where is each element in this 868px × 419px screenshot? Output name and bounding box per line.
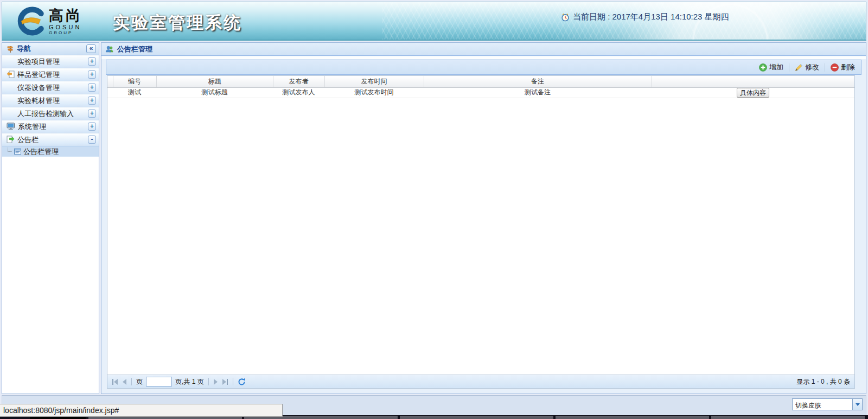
- chevron-down-icon[interactable]: [852, 399, 862, 410]
- pager-divider: [208, 378, 209, 385]
- pager-divider: [233, 378, 233, 385]
- sidebar-collapse-button[interactable]: «: [86, 44, 96, 53]
- monitor-icon: [7, 123, 15, 131]
- expand-toggle-button[interactable]: +: [88, 123, 96, 131]
- refresh-button[interactable]: [238, 378, 246, 386]
- tree-branch-dots: [8, 147, 12, 152]
- expand-toggle-button[interactable]: +: [88, 57, 96, 66]
- arrow-left-doc-icon: [7, 70, 15, 79]
- toolbar-divider: [825, 63, 825, 72]
- grid-pager: 页 页,共 1 页: [107, 375, 854, 388]
- item-icon-placeholder: [7, 96, 15, 105]
- current-date-area: 当前日期 : 2017年4月13日 14:10:23 星期四: [561, 12, 729, 22]
- sidebar-header: 导航 «: [2, 43, 99, 55]
- bulletin-grid: 编号 标题 发布者 发布时间 备注 测试 测试标题 测试发布人 测试发布时间: [107, 75, 855, 389]
- laboratory-management-app: 高尚 GOSUN GROUP 实验室管理系统 当前日期 : 2017年4月13日…: [0, 0, 868, 419]
- logo-cn-text: 高尚: [49, 8, 82, 24]
- taskbar-segment: [556, 416, 709, 419]
- table-header-row: 编号 标题 发布者 发布时间 备注: [107, 76, 854, 87]
- edit-button-label: 修改: [805, 62, 819, 72]
- arrow-right-doc-icon: [7, 136, 15, 144]
- sidebar-item-bulletin-board[interactable]: 公告栏 -: [2, 133, 99, 146]
- next-page-button[interactable]: [213, 379, 218, 385]
- cell-publish-time: 测试发布时间: [324, 87, 424, 98]
- toolbar-button-group: 增加 修改 删除: [757, 60, 857, 74]
- sidebar-item-label: 系统管理: [18, 122, 46, 132]
- cell-actions: 具体内容: [652, 87, 854, 98]
- cell-id: 测试: [113, 87, 156, 98]
- column-header-publish-time[interactable]: 发布时间: [324, 76, 424, 87]
- form-icon: [14, 149, 21, 154]
- cell-spacer: [107, 87, 113, 98]
- column-header-title[interactable]: 标题: [156, 76, 273, 87]
- cell-note: 测试备注: [424, 87, 652, 98]
- edit-button[interactable]: 修改: [793, 61, 821, 73]
- item-icon-placeholder: [7, 57, 15, 66]
- logo-en-text-1: GOSUN: [49, 24, 82, 30]
- gosun-g-logo-icon: [15, 6, 46, 36]
- users-icon: [105, 45, 114, 54]
- grid-toolbar: 增加 修改 删除: [106, 60, 861, 75]
- first-page-button[interactable]: [112, 379, 119, 385]
- refresh-icon: [238, 378, 246, 386]
- taskbar-segment: [711, 416, 865, 419]
- last-page-button[interactable]: [221, 379, 228, 385]
- prev-page-button[interactable]: [122, 379, 127, 385]
- delete-button-label: 删除: [841, 62, 855, 72]
- panel-title-bar: 公告栏管理: [101, 43, 866, 56]
- item-icon-placeholder: [7, 109, 15, 118]
- column-header-id[interactable]: 编号: [113, 76, 156, 87]
- logo-text-block: 高尚 GOSUN GROUP: [49, 8, 82, 35]
- page-number-input[interactable]: [146, 377, 172, 386]
- table-row[interactable]: 测试 测试标题 测试发布人 测试发布时间 测试备注 具体内容: [107, 87, 854, 98]
- expand-toggle-button[interactable]: +: [88, 109, 96, 118]
- page-label: 页: [136, 377, 143, 386]
- expand-toggle-button[interactable]: +: [88, 83, 96, 92]
- column-header-note[interactable]: 备注: [424, 76, 652, 87]
- column-header-publisher[interactable]: 发布者: [273, 76, 324, 87]
- sidebar-item-experiment-project[interactable]: 实验项目管理 +: [2, 55, 99, 68]
- column-header-actions: [652, 76, 854, 87]
- next-page-icon: [213, 379, 218, 385]
- plus-circle-icon: [759, 63, 767, 72]
- main-panel: 公告栏管理 增加: [101, 42, 866, 394]
- sidebar-title: 导航: [17, 44, 31, 54]
- sidebar-item-instrument-equipment[interactable]: 仪器设备管理 +: [2, 81, 99, 94]
- cell-publisher: 测试发布人: [273, 87, 324, 98]
- column-header-spacer: [107, 76, 113, 87]
- signpost-icon: [6, 45, 14, 53]
- skin-switch-label: 切换皮肤: [793, 399, 852, 410]
- record-summary: 显示 1 - 0 , 共 0 条: [796, 377, 850, 386]
- sidebar-item-label: 公告栏: [17, 135, 39, 145]
- sidebar-item-manual-report-input[interactable]: 人工报告检测输入 +: [2, 107, 99, 120]
- sidebar-item-sample-registration[interactable]: 样品登记管理 +: [2, 68, 99, 81]
- sidebar-item-lab-consumables[interactable]: 实验耗材管理 +: [2, 94, 99, 107]
- sidebar-item-label: 仪器设备管理: [17, 83, 60, 93]
- clock-icon: [561, 13, 570, 22]
- minus-circle-icon: [831, 63, 839, 72]
- prev-page-icon: [122, 379, 127, 385]
- pager-divider: [131, 378, 132, 385]
- logo-en-text-2: GROUP: [49, 30, 82, 35]
- sidebar-item-label: 样品登记管理: [17, 70, 60, 80]
- current-date-text: 当前日期 : 2017年4月13日 14:10:23 星期四: [573, 12, 729, 22]
- app-title: 实验室管理系统: [113, 11, 242, 34]
- collapse-toggle-button[interactable]: -: [88, 136, 96, 144]
- sidebar-item-label: 人工报告检测输入: [17, 109, 74, 119]
- total-pages-label: 页,共 1 页: [175, 377, 204, 386]
- sidebar-subitem-label: 公告栏管理: [23, 147, 59, 157]
- cell-title: 测试标题: [156, 87, 273, 98]
- gosun-logo: 高尚 GOSUN GROUP: [15, 6, 82, 36]
- pencil-icon: [795, 63, 803, 72]
- add-button[interactable]: 增加: [757, 61, 785, 73]
- sidebar-subitem-bulletin-management[interactable]: 公告栏管理: [2, 146, 99, 157]
- expand-toggle-button[interactable]: +: [88, 70, 96, 79]
- detail-content-button[interactable]: 具体内容: [737, 88, 769, 98]
- expand-toggle-button[interactable]: +: [88, 96, 96, 105]
- delete-button[interactable]: 删除: [829, 61, 857, 73]
- last-page-icon: [221, 379, 228, 385]
- browser-status-url: localhost:8080/jsp/main/index.jsp#: [0, 404, 283, 417]
- panel-title-text: 公告栏管理: [117, 44, 152, 54]
- sidebar-item-system-management[interactable]: 系统管理 +: [2, 120, 99, 133]
- skin-switch-select[interactable]: 切换皮肤: [792, 398, 863, 410]
